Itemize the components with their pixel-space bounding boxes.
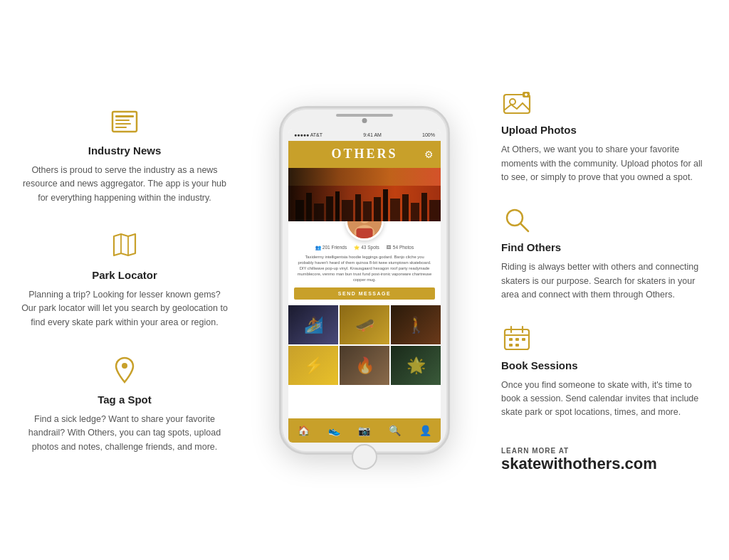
- photo-cell-3: 🚶: [391, 305, 441, 344]
- park-locator-title: Park Locator: [92, 269, 157, 281]
- photo-cell-6: 🌟: [391, 346, 441, 385]
- website-label: LEARN MORE AT: [501, 447, 708, 455]
- phone-home-button[interactable]: [352, 444, 377, 470]
- svg-rect-24: [429, 200, 441, 221]
- svg-rect-20: [390, 199, 400, 221]
- send-message-button[interactable]: SEND MESSAGE: [294, 287, 435, 300]
- spots-stat: ⭐ 43 Spots: [354, 245, 379, 250]
- svg-rect-45: [522, 338, 525, 341]
- svg-rect-18: [374, 197, 381, 221]
- svg-rect-16: [355, 194, 361, 221]
- image-upload-icon: [501, 87, 533, 118]
- website-url[interactable]: skatewithothers.com: [501, 455, 708, 473]
- svg-rect-46: [509, 344, 513, 347]
- svg-rect-15: [342, 200, 353, 221]
- photo-cell-5: 🔥: [340, 346, 389, 385]
- park-locator-desc: Planning a trip? Looking for lesser know…: [21, 288, 228, 329]
- svg-rect-22: [411, 203, 419, 221]
- photo-cell-4: ⚡: [288, 346, 338, 385]
- status-bar: ●●●●● AT&T 9:41 AM 100%: [288, 130, 441, 141]
- photo-cell-1: 🏄: [288, 305, 338, 344]
- photos-stat: 🖼 54 Photos: [387, 245, 414, 250]
- phone-camera: [362, 118, 367, 123]
- svg-rect-12: [314, 204, 324, 221]
- svg-rect-14: [335, 191, 340, 221]
- skater-figure-4: ⚡: [304, 356, 323, 375]
- svg-rect-2: [115, 120, 130, 121]
- feature-tag-spot: Tag a Spot Find a sick ledge? Want to sh…: [21, 355, 228, 454]
- profile-nav-icon[interactable]: 👤: [419, 425, 431, 436]
- calendar-icon: [501, 322, 533, 354]
- find-others-desc: Riding is always better with others and …: [501, 260, 708, 302]
- spots-icon: ⭐: [354, 245, 360, 250]
- photos-icon: 🖼: [387, 245, 392, 250]
- cityscape-graphic: [288, 186, 441, 221]
- profile-section: 👥 201 Friends ⭐ 43 Spots 🖼 54 Photos Tax…: [288, 221, 441, 306]
- profile-stats: 👥 201 Friends ⭐ 43 Spots 🖼 54 Photos: [315, 245, 414, 250]
- app-title: OTHERS: [331, 147, 397, 162]
- app-header: OTHERS ⚙: [288, 141, 441, 168]
- find-others-title: Find Others: [501, 241, 561, 253]
- carrier-signal: ●●●●● AT&T: [294, 132, 322, 137]
- svg-rect-21: [402, 194, 409, 221]
- right-column: Upload Photos At Others, we want you to …: [501, 87, 708, 472]
- svg-rect-10: [295, 200, 304, 221]
- svg-rect-31: [356, 228, 372, 238]
- time-display: 9:41 AM: [363, 132, 382, 137]
- website-section: LEARN MORE AT skatewithothers.com: [501, 447, 708, 473]
- tag-spot-desc: Find a sick ledge? Want to share your fa…: [21, 413, 228, 454]
- industry-news-title: Industry News: [88, 144, 162, 157]
- feature-industry-news: Industry News Others is proud to serve t…: [21, 106, 228, 205]
- center-column: ●●●●● AT&T 9:41 AM 100% OTHERS ⚙: [228, 106, 501, 455]
- svg-rect-4: [115, 127, 127, 128]
- photo-cell-2: 🛹: [340, 305, 389, 344]
- feature-upload-photos: Upload Photos At Others, we want you to …: [501, 87, 708, 184]
- news-icon: [109, 106, 140, 137]
- phone-device: ●●●●● AT&T 9:41 AM 100% OTHERS ⚙: [279, 106, 450, 455]
- svg-point-8: [122, 363, 127, 369]
- friends-stat: 👥 201 Friends: [315, 245, 347, 250]
- industry-news-desc: Others is proud to serve the industry as…: [21, 164, 228, 205]
- skater-figure-5: 🔥: [355, 356, 374, 375]
- feature-find-others: Find Others Riding is always better with…: [501, 204, 708, 302]
- svg-rect-17: [363, 201, 372, 221]
- svg-rect-44: [515, 338, 519, 341]
- svg-rect-11: [306, 193, 312, 221]
- skater-figure-1: 🏄: [304, 316, 323, 334]
- svg-rect-23: [421, 193, 427, 221]
- phone-screen: ●●●●● AT&T 9:41 AM 100% OTHERS ⚙: [288, 130, 441, 443]
- page-wrapper: Industry News Others is proud to serve t…: [0, 0, 729, 560]
- svg-rect-47: [515, 344, 519, 347]
- friends-icon: 👥: [315, 245, 321, 250]
- tag-spot-title: Tag a Spot: [98, 393, 152, 406]
- settings-icon[interactable]: ⚙: [424, 149, 434, 160]
- svg-point-33: [510, 99, 515, 105]
- camera-nav-icon[interactable]: 📷: [358, 425, 370, 436]
- svg-marker-5: [114, 234, 135, 255]
- shoe-nav-icon[interactable]: 👟: [328, 425, 340, 436]
- skater-figure-2: 🛹: [355, 316, 374, 334]
- svg-rect-3: [115, 123, 131, 125]
- upload-photos-title: Upload Photos: [501, 124, 577, 136]
- svg-rect-1: [115, 115, 134, 117]
- book-sessions-title: Book Sessions: [501, 359, 578, 371]
- profile-bio: Taxidermy intelligentsia hoodie leggings…: [294, 254, 435, 283]
- map-icon: [109, 231, 140, 262]
- skater-figure-3: 🚶: [407, 316, 426, 334]
- book-sessions-desc: Once you find someone to skate with, it'…: [501, 379, 708, 420]
- svg-line-38: [520, 223, 528, 231]
- home-nav-icon[interactable]: 🏠: [298, 425, 310, 436]
- bottom-navigation: 🏠 👟 📷 🔍 👤: [288, 418, 441, 443]
- svg-rect-0: [112, 112, 137, 132]
- upload-photos-desc: At Others, we want you to share your fav…: [501, 143, 708, 184]
- svg-rect-43: [509, 338, 513, 341]
- svg-rect-19: [383, 189, 388, 221]
- feature-book-sessions: Book Sessions Once you find someone to s…: [501, 322, 708, 420]
- search-nav-icon[interactable]: 🔍: [389, 425, 401, 436]
- battery-indicator: 100%: [422, 132, 435, 137]
- find-search-icon: [501, 204, 533, 236]
- hero-banner: [288, 168, 441, 221]
- pin-icon: [109, 355, 140, 386]
- skater-figure-6: 🌟: [407, 356, 426, 375]
- feature-park-locator: Park Locator Planning a trip? Looking fo…: [21, 231, 228, 329]
